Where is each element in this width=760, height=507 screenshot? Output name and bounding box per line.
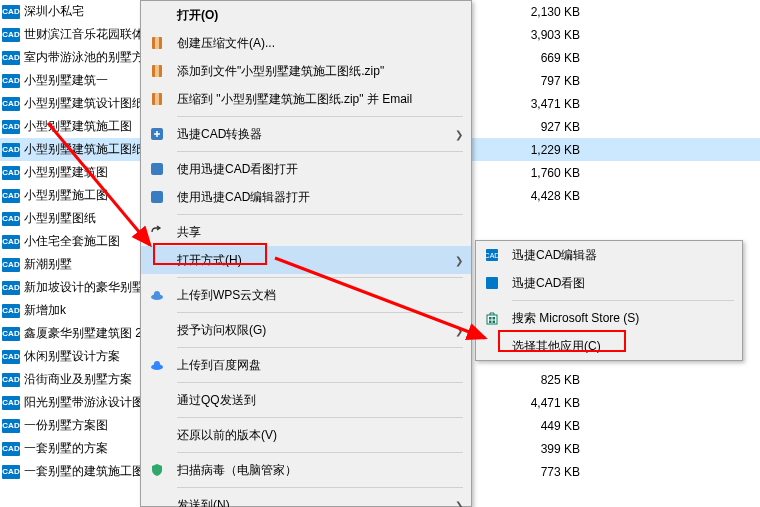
menu-scan-virus[interactable]: 扫描病毒（电脑管家） [141,456,471,484]
menu-share[interactable]: 共享 [141,218,471,246]
file-name: 新加坡设计的豪华别墅 [24,279,144,296]
svg-point-12 [154,361,160,367]
menu-restore-previous[interactable]: 还原以前的版本(V) [141,421,471,449]
blank-icon [147,425,167,445]
file-name: 一套别墅的建筑施工图 [24,463,144,480]
menu-separator [177,277,463,278]
menu-add-to-zip[interactable]: 添加到文件"小型别墅建筑施工图纸.zip" [141,57,471,85]
wps-cloud-icon [147,285,167,305]
file-name: 室内带游泳池的别墅方 [24,49,144,66]
file-name: 小型别墅建筑施工图 [24,118,132,135]
menu-separator [177,417,463,418]
file-name: 小型别墅施工图 [24,187,108,204]
context-menu-open-with: CAD 迅捷CAD编辑器 迅捷CAD看图 搜索 Microsoft Store … [475,240,743,361]
editor-icon [147,187,167,207]
cad-editor-icon: CAD [482,245,502,265]
menu-separator [177,347,463,348]
svg-rect-16 [487,315,497,324]
blank-icon [147,320,167,340]
menu-separator [177,116,463,117]
file-name: 休闲别墅设计方案 [24,348,120,365]
menu-send-to[interactable]: 发送到(N) ❯ [141,491,471,507]
archive-icon [147,33,167,53]
file-size: 1,229 KB [480,143,580,157]
menu-grant-access[interactable]: 授予访问权限(G) ❯ [141,316,471,344]
menu-separator [177,382,463,383]
file-name: 鑫厦豪华别墅建筑图 2 [24,325,142,342]
cad-badge-icon: CAD [2,327,20,341]
svg-rect-5 [155,93,159,105]
cad-viewer-icon [482,273,502,293]
cad-badge-icon: CAD [2,97,20,111]
submenu-choose-other[interactable]: 选择其他应用(C) [476,332,742,360]
file-size: 4,428 KB [480,189,580,203]
file-name: 小型别墅建筑一 [24,72,108,89]
menu-open[interactable]: 打开(O) [141,1,471,29]
file-name: 一份别墅方案图 [24,417,108,434]
chevron-right-icon: ❯ [455,325,463,336]
menu-separator [177,214,463,215]
blank-icon [147,5,167,25]
svg-rect-8 [151,191,163,203]
shield-icon [147,460,167,480]
cad-badge-icon: CAD [2,350,20,364]
cad-badge-icon: CAD [2,74,20,88]
cad-badge-icon: CAD [2,28,20,42]
blank-icon [147,390,167,410]
svg-rect-17 [489,317,492,320]
submenu-cad-viewer[interactable]: 迅捷CAD看图 [476,269,742,297]
file-name: 新潮别墅 [24,256,72,273]
svg-rect-3 [155,65,159,77]
svg-point-10 [154,291,160,297]
cad-badge-icon: CAD [2,396,20,410]
svg-rect-7 [151,163,163,175]
menu-open-with[interactable]: 打开方式(H) ❯ [141,246,471,274]
cad-badge-icon: CAD [2,442,20,456]
chevron-right-icon: ❯ [455,129,463,140]
svg-rect-18 [493,317,496,320]
menu-create-archive[interactable]: 创建压缩文件(A)... [141,29,471,57]
svg-rect-15 [486,277,498,289]
svg-rect-20 [493,321,496,324]
file-size: 2,130 KB [480,5,580,19]
svg-rect-19 [489,321,492,324]
menu-send-qq[interactable]: 通过QQ发送到 [141,386,471,414]
menu-separator [512,300,734,301]
cad-badge-icon: CAD [2,235,20,249]
file-name: 一套别墅的方案 [24,440,108,457]
file-name: 小住宅全套施工图 [24,233,120,250]
menu-upload-wps[interactable]: 上传到WPS云文档 [141,281,471,309]
file-size: 3,471 KB [480,97,580,111]
menu-open-editor[interactable]: 使用迅捷CAD编辑器打开 [141,183,471,211]
cad-badge-icon: CAD [2,166,20,180]
menu-open-viewer[interactable]: 使用迅捷CAD看图打开 [141,155,471,183]
menu-separator [177,452,463,453]
cad-badge-icon: CAD [2,258,20,272]
cad-badge-icon: CAD [2,5,20,19]
cad-badge-icon: CAD [2,419,20,433]
menu-cad-converter[interactable]: 迅捷CAD转换器 ❯ [141,120,471,148]
file-name: 世财滨江音乐花园联体 [24,26,144,43]
cad-badge-icon: CAD [2,212,20,226]
blank-icon [147,495,167,507]
cad-badge-icon: CAD [2,304,20,318]
file-size: 4,471 KB [480,396,580,410]
submenu-cad-editor[interactable]: CAD 迅捷CAD编辑器 [476,241,742,269]
converter-icon [147,124,167,144]
menu-upload-baidu[interactable]: 上传到百度网盘 [141,351,471,379]
svg-rect-1 [155,37,159,49]
file-name: 深圳小私宅 [24,3,84,20]
file-name: 小型别墅建筑设计图纸 [24,95,144,112]
file-size: 773 KB [480,465,580,479]
file-name: 小型别墅建筑施工图纸 [24,141,144,158]
submenu-ms-store[interactable]: 搜索 Microsoft Store (S) [476,304,742,332]
share-icon [147,222,167,242]
baidu-icon [147,355,167,375]
cad-badge-icon: CAD [2,143,20,157]
file-size: 449 KB [480,419,580,433]
chevron-right-icon: ❯ [455,500,463,508]
ms-store-icon [482,308,502,328]
file-size: 399 KB [480,442,580,456]
menu-zip-email[interactable]: 压缩到 "小型别墅建筑施工图纸.zip" 并 Email [141,85,471,113]
file-size: 927 KB [480,120,580,134]
